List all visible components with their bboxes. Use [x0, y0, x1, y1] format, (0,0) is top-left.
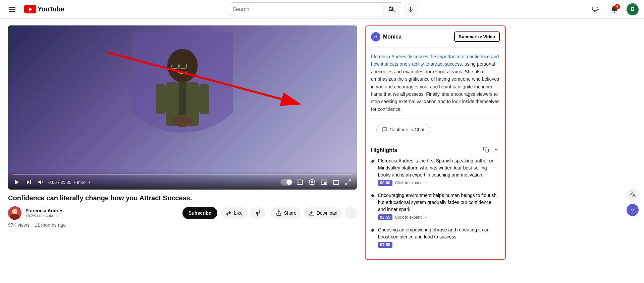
subscribe-button[interactable]: Subscribe: [182, 207, 217, 219]
video-section: 0:06 / 31:30 • Intro CC: [8, 25, 357, 260]
continue-chat-button[interactable]: Continue in Chat: [376, 124, 430, 135]
highlight-timestamp-1[interactable]: 00:00: [378, 180, 392, 186]
share-label: Share: [284, 210, 296, 216]
video-player[interactable]: 0:06 / 31:30 • Intro CC: [8, 25, 357, 190]
notifications-button[interactable]: 4: [608, 3, 621, 16]
summary-highlight-1: Florencia Andres discusses the importanc…: [371, 54, 499, 67]
subtitles-button[interactable]: CC: [295, 178, 305, 187]
more-options-button[interactable]: [345, 207, 357, 219]
highlight-bullet-1: ◆: [371, 158, 375, 186]
dislike-button[interactable]: [250, 207, 265, 219]
create-icon: [592, 5, 600, 13]
svg-rect-21: [156, 84, 166, 114]
monica-sidebar: Monica Summarize Video Florencia Andres …: [365, 25, 506, 260]
highlight-timestamp-row-2: 03:55 Click to expand: [378, 214, 500, 220]
bullet: •: [74, 180, 76, 185]
svg-point-45: [373, 34, 378, 39]
highlights-list: ◆ Florencia Andres is the first Spanish-…: [371, 157, 500, 254]
toggle-knob: [286, 180, 292, 185]
translate-button[interactable]: [627, 188, 639, 200]
summarize-button[interactable]: Summarize Video: [454, 31, 500, 42]
channel-name: Florencia Andres: [25, 208, 178, 213]
svg-text:CC: CC: [298, 182, 301, 184]
copy-highlights-button[interactable]: [482, 146, 490, 155]
theater-mode-button[interactable]: [331, 178, 341, 187]
svg-point-49: [630, 207, 636, 213]
svg-rect-22: [199, 84, 209, 114]
user-avatar-button[interactable]: D: [627, 3, 639, 15]
skip-next-button[interactable]: [24, 178, 34, 187]
create-button[interactable]: [589, 3, 602, 16]
highlights-actions: [482, 146, 500, 155]
hamburger-menu-button[interactable]: [5, 3, 19, 16]
highlight-timestamp-row-1: 00:00 Click to expand: [378, 180, 500, 186]
video-controls: 0:06 / 31:30 • Intro CC: [8, 171, 357, 190]
expand-chevron-icon-2: [424, 215, 428, 219]
highlight-content-1: Florencia Andres is the first Spanish-sp…: [378, 157, 500, 186]
summary-text: Florencia Andres discusses the importanc…: [366, 48, 505, 119]
progress-bar[interactable]: [12, 174, 353, 175]
search-container: [227, 2, 401, 16]
highlight-bullet-3: ◆: [371, 227, 375, 248]
svg-point-50: [631, 209, 632, 210]
nav-right: 4 D: [572, 3, 639, 16]
search-icon: [389, 6, 395, 13]
action-buttons: Like Share Download: [221, 207, 357, 219]
top-navigation: YouTube: [0, 0, 644, 19]
continue-chat-container: Continue in Chat: [366, 119, 505, 142]
volume-button[interactable]: [36, 178, 46, 187]
main-layout: 0:06 / 31:30 • Intro CC: [0, 19, 644, 260]
highlight-text-1: Florencia Andres is the first Spanish-sp…: [378, 157, 500, 179]
summary-content: Florencia Andres discusses the importanc…: [371, 54, 499, 112]
miniplayer-button[interactable]: [319, 178, 329, 187]
translate-icon: [629, 191, 636, 197]
download-button[interactable]: Download: [304, 207, 342, 219]
video-frame: [8, 25, 357, 190]
highlights-title: Highlights: [371, 147, 397, 153]
like-label: Like: [234, 210, 243, 216]
svg-rect-36: [333, 181, 339, 185]
svg-point-32: [311, 182, 313, 183]
like-button[interactable]: Like: [221, 207, 248, 219]
chapter-label: Intro: [77, 180, 86, 185]
skip-next-icon: [25, 179, 32, 186]
search-input[interactable]: [227, 4, 383, 15]
expand-label-1: Click to expand: [395, 181, 423, 185]
chat-icon: [382, 127, 387, 132]
continue-chat-label: Continue in Chat: [389, 127, 424, 132]
copy-icon: [483, 147, 489, 153]
youtube-logo-text: YouTube: [38, 5, 64, 13]
autoplay-toggle[interactable]: [280, 179, 292, 186]
play-button[interactable]: [12, 178, 21, 187]
theater-icon: [333, 179, 339, 186]
volume-icon: [38, 179, 44, 186]
svg-marker-29: [39, 180, 41, 184]
share-button[interactable]: Share: [271, 207, 301, 219]
expand-label-2: Click to expand: [395, 215, 423, 220]
highlight-timestamp-row-3: 07:50: [378, 242, 500, 248]
subtitles-icon: CC: [297, 179, 303, 186]
highlight-expand-1[interactable]: Click to expand: [395, 181, 428, 185]
settings-button[interactable]: [307, 178, 317, 187]
microphone-button[interactable]: [404, 3, 417, 16]
view-count: 97K views: [8, 222, 30, 228]
help-button[interactable]: [627, 204, 639, 216]
svg-marker-26: [15, 180, 19, 185]
video-meta-row: Florencia Andres 75.2K subscribers Subsc…: [8, 206, 357, 220]
svg-point-47: [376, 36, 377, 37]
controls-row: 0:06 / 31:30 • Intro CC: [12, 178, 353, 187]
highlight-item-1: ◆ Florencia Andres is the first Spanish-…: [371, 157, 500, 186]
highlight-expand-2[interactable]: Click to expand: [395, 215, 428, 220]
fullscreen-button[interactable]: [343, 178, 353, 187]
highlight-timestamp-2[interactable]: 03:55: [378, 214, 392, 220]
dislike-icon: [255, 210, 261, 216]
miniplayer-icon: [321, 179, 327, 186]
highlight-timestamp-3[interactable]: 07:50: [378, 242, 392, 248]
subscriber-count: 75.2K subscribers: [25, 213, 178, 218]
highlight-content-3: Choosing an empowering phrase and repeat…: [378, 226, 500, 248]
collapse-highlights-button[interactable]: [492, 146, 500, 155]
svg-point-23: [172, 115, 193, 127]
microphone-icon: [408, 6, 414, 12]
search-button[interactable]: [383, 3, 401, 16]
youtube-logo-link[interactable]: YouTube: [24, 5, 64, 13]
